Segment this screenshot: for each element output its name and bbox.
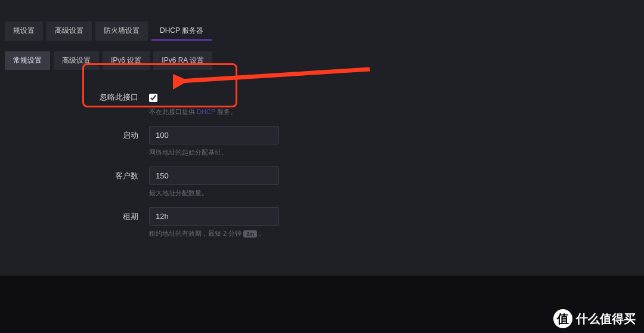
watermark-text: 什么值得买	[576, 311, 636, 327]
label-lease: 租期	[48, 207, 149, 222]
settings-panel: 规设置 高级设置 防火墙设置 DHCP 服务器 常规设置 高级设置 IPv6 设…	[0, 0, 644, 275]
input-lease[interactable]	[149, 207, 279, 226]
row-start: 启动 网络地址的起始分配基址。	[48, 120, 644, 157]
tab-advanced[interactable]: 高级设置	[47, 21, 92, 41]
row-limit: 客户数 最大地址分配数量。	[48, 161, 644, 198]
checkbox-ignore-interface[interactable]	[149, 94, 157, 102]
help-limit: 最大地址分配数量。	[149, 189, 279, 198]
help-ignore-interface: 不在此接口提供 DHCP 服务。	[149, 107, 237, 116]
primary-tabs: 规设置 高级设置 防火墙设置 DHCP 服务器	[0, 0, 644, 41]
subtab-general[interactable]: 常规设置	[5, 51, 50, 70]
tab-dhcp-server[interactable]: DHCP 服务器	[151, 21, 212, 41]
secondary-tabs: 常规设置 高级设置 IPv6 设置 IPv6 RA 设置	[0, 41, 644, 70]
row-lease: 租期 租约地址的有效期，最短 2 分钟 2m 。	[48, 201, 644, 238]
subtab-advanced[interactable]: 高级设置	[54, 51, 99, 70]
subtab-ipv6[interactable]: IPv6 设置	[103, 51, 150, 70]
label-ignore-interface: 忽略此接口	[48, 88, 149, 103]
help-start: 网络地址的起始分配基址。	[149, 148, 279, 157]
watermark: 值 什么值得买	[553, 309, 636, 328]
lease-min-badge: 2m	[243, 230, 257, 238]
label-start: 启动	[48, 126, 149, 141]
watermark-badge-icon: 值	[553, 309, 572, 328]
label-limit: 客户数	[48, 166, 149, 181]
tab-firewall[interactable]: 防火墙设置	[95, 21, 148, 41]
subtab-ipv6-ra[interactable]: IPv6 RA 设置	[153, 51, 212, 70]
input-limit[interactable]	[149, 166, 279, 185]
input-start[interactable]	[149, 126, 279, 144]
dhcp-form: 忽略此接口 不在此接口提供 DHCP 服务。 启动 网络地址的起始分配基址。 客…	[0, 70, 644, 254]
page-footer	[0, 276, 644, 333]
tab-basic[interactable]: 规设置	[5, 21, 43, 41]
help-lease: 租约地址的有效期，最短 2 分钟 2m 。	[149, 229, 279, 238]
row-ignore-interface: 忽略此接口 不在此接口提供 DHCP 服务。	[48, 82, 644, 116]
dhcp-help-link[interactable]: DHCP	[197, 108, 215, 115]
